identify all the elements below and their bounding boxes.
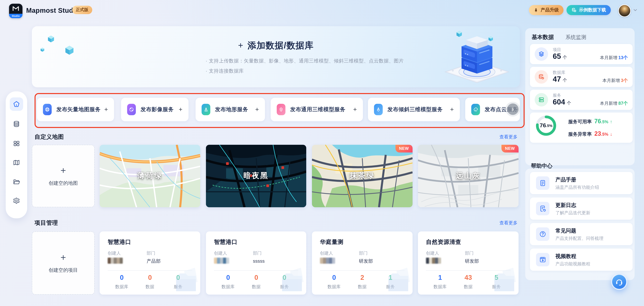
publish-terrain-service-card[interactable]: 发布地形服务 + <box>196 98 265 121</box>
plus-icon: + <box>179 106 182 113</box>
creator-name-blurred <box>108 258 123 264</box>
mapmost-studio-app: Studio Mapmost Studio 正式版 产品升级 示例数据下载 +添… <box>0 0 644 306</box>
creator-label: 创建人 <box>320 250 333 256</box>
stat-card-services[interactable]: 服务 604个 本月新增87个 <box>530 90 632 110</box>
account-menu-chevron[interactable] <box>632 8 638 14</box>
map-style-card-dark[interactable]: 暗夜黑 <box>206 145 306 207</box>
publish-generic-3d-model-service-card[interactable]: 发布通用三维模型服务 + <box>271 98 363 121</box>
data-count: 0 <box>136 274 164 281</box>
publish-vector-map-service-card[interactable]: 发布矢量地图服务 + <box>37 98 114 121</box>
stat-label: 服务 <box>553 93 561 98</box>
stat-unit: 个 <box>567 100 571 105</box>
sidebar-item-settings[interactable] <box>10 194 23 208</box>
help-item-desc: 产品功能视频教程 <box>556 261 590 267</box>
data-count: 0 <box>242 274 270 281</box>
stat-value: 604 <box>553 98 565 106</box>
user-avatar[interactable] <box>618 4 631 17</box>
question-circle-icon <box>536 227 550 241</box>
publish-oblique-3d-model-service-card[interactable]: 发布倾斜三维模型服务 + <box>368 98 460 121</box>
service-label: 发布地形服务 <box>215 106 248 113</box>
services-scroll-next-button[interactable]: › <box>507 103 518 115</box>
product-upgrade-button[interactable]: 产品升级 <box>529 5 564 15</box>
project-card[interactable]: 智慧港口 创建人 部门 sssss 0数据库 0数据 0服务 <box>206 231 306 294</box>
tab-system-monitor[interactable]: 系统监测 <box>566 34 586 41</box>
data-count-label: 数据 <box>136 284 164 290</box>
project-name: 智慧港口 <box>108 238 131 246</box>
map-style-card-gray[interactable]: 远山灰 NEW <box>418 145 518 207</box>
map-style-name: 抹茶绿 <box>312 171 412 181</box>
database-download-icon <box>571 8 576 13</box>
up-arrow-icon: ↑ <box>610 119 612 124</box>
sidebar-item-apps[interactable] <box>10 137 23 150</box>
product-upgrade-label: 产品升级 <box>541 7 559 13</box>
dept-label: 部门 <box>146 250 155 256</box>
tab-basic-data[interactable]: 基本数据 <box>532 34 554 41</box>
map-style-card-mint[interactable]: 薄荷绿 <box>100 145 200 207</box>
help-item-title: 更新日志 <box>556 202 576 209</box>
create-empty-map-card[interactable]: + 创建空的地图 <box>32 145 94 207</box>
dept-label: 部门 <box>359 250 368 256</box>
plus-icon: + <box>60 253 66 262</box>
dept-label: 部门 <box>253 250 262 256</box>
sidebar-item-data[interactable] <box>10 117 23 131</box>
sidebar-item-maps[interactable] <box>10 156 23 169</box>
creator-label: 创建人 <box>214 250 227 256</box>
db-count-label: 数据库 <box>108 284 136 290</box>
help-item-video-tutorials[interactable]: 视频教程 产品功能视频教程 <box>530 249 632 271</box>
floating-cube-icon <box>48 36 54 42</box>
chevron-right-icon: › <box>512 106 514 112</box>
help-item-desc: 涵盖产品所有功能介绍 <box>556 184 599 191</box>
customer-support-button[interactable] <box>611 274 627 290</box>
stat-card-databases[interactable]: 数据库 47个 本月新增3个 <box>530 67 632 87</box>
help-item-faq[interactable]: 常见问题 产品支持配置、问答梳理 <box>530 223 632 245</box>
logo-studio-band: Studio <box>9 14 22 18</box>
rocket-icon <box>534 8 538 13</box>
custom-maps-heading: 自定义地图 <box>34 133 64 141</box>
headset-icon <box>615 277 624 286</box>
publish-imagery-service-card[interactable]: 发布影像服务 + <box>121 98 188 121</box>
add-data-banner[interactable]: +添加数据/数据库 · 支持上传数据：矢量数据、影像、地形、通用三维模型、倾斜三… <box>32 26 520 87</box>
cloud-icon <box>471 104 480 115</box>
projects-view-more-link[interactable]: 查看更多 <box>500 220 518 226</box>
help-item-title: 产品手册 <box>556 176 576 183</box>
data-count: 43 <box>454 274 482 281</box>
creator-name-blurred <box>320 258 335 264</box>
custom-maps-view-more-link[interactable]: 查看更多 <box>500 134 518 140</box>
video-icon <box>536 253 550 266</box>
db-count-label: 数据库 <box>320 284 348 290</box>
service-label: 发布倾斜三维模型服务 <box>388 106 443 113</box>
help-item-changelog[interactable]: 更新日志 了解产品迭代更新 <box>530 198 632 220</box>
left-sidebar <box>6 91 27 218</box>
sample-data-download-button[interactable]: 示例数据下载 <box>566 5 611 15</box>
error-rate-row: 服务异常率23.5%↓ <box>568 130 612 137</box>
help-item-title: 视频教程 <box>556 253 576 260</box>
projects-heading: 项目管理 <box>34 219 58 227</box>
pyramid-icon <box>374 104 383 115</box>
help-item-product-manual[interactable]: 产品手册 涵盖产品所有功能介绍 <box>530 172 632 194</box>
project-card[interactable]: 自然资源清查 创建人 部门 研发部 1数据库 43数据 5服务 <box>418 231 518 294</box>
stat-value: 47 <box>553 75 561 83</box>
document-icon <box>536 176 550 190</box>
dept-value: sssss <box>253 258 265 264</box>
gear-icon <box>13 197 20 205</box>
app-logo: Studio <box>9 4 22 18</box>
document-refresh-icon <box>536 202 550 215</box>
server-icon <box>535 93 548 106</box>
plus-icon: + <box>238 40 244 50</box>
create-empty-project-card[interactable]: + 创建空的项目 <box>32 231 94 294</box>
db-count: 0 <box>214 274 242 281</box>
map-style-name: 远山灰 <box>418 171 518 181</box>
grid-icon <box>13 140 20 147</box>
floating-cube-icon <box>66 46 74 55</box>
folder-watermark-icon <box>174 267 199 294</box>
sidebar-item-files[interactable] <box>10 175 23 189</box>
sidebar-item-home[interactable] <box>10 97 23 111</box>
home-icon <box>13 100 20 108</box>
db-count: 1 <box>426 274 454 281</box>
project-card[interactable]: 智慧港口 创建人 部门 产品部 0数据库 0数据 0服务 <box>100 231 200 294</box>
map-style-card-matcha[interactable]: 抹茶绿 NEW <box>312 145 412 207</box>
creator-name-blurred <box>426 258 441 264</box>
stat-card-projects[interactable]: 项目 65个 本月新增13个 <box>530 44 632 64</box>
service-health-card: 76.5% 服务可用率76.5%↑ 服务异常率23.5%↓ <box>530 112 632 143</box>
project-card[interactable]: 华庭量测 创建人 部门 研发部 0数据库 2数据 1服务 <box>312 231 412 294</box>
